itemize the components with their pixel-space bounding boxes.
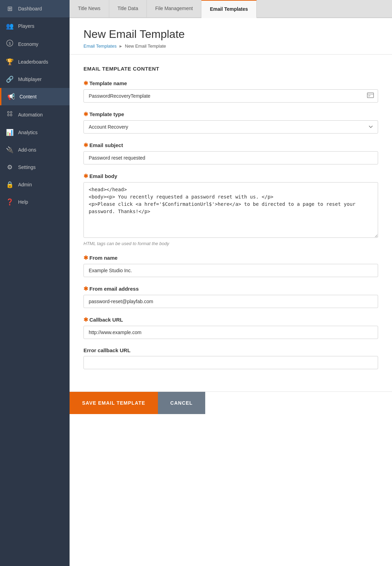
- dashboard-icon: ⊞: [6, 5, 14, 13]
- callback-url-input[interactable]: [83, 326, 378, 339]
- sidebar-item-label: Leaderboards: [18, 59, 48, 65]
- sidebar-item-admin[interactable]: 🔒 Admin: [0, 176, 70, 193]
- from-name-input[interactable]: [83, 264, 378, 277]
- svg-point-4: [8, 114, 9, 116]
- callback-url-label: ✱ Callback URL: [83, 316, 378, 323]
- required-star: ✱: [83, 254, 88, 261]
- sidebar-item-settings[interactable]: ⚙ Settings: [0, 159, 70, 176]
- economy-icon: $: [6, 40, 14, 48]
- template-name-label: ✱ Template name: [83, 80, 378, 87]
- sidebar-item-label: Admin: [18, 182, 32, 187]
- players-icon: 👥: [6, 22, 14, 30]
- form-area: EMAIL TEMPLATE CONTENT ✱ Template name: [70, 55, 392, 391]
- automation-icon: [6, 110, 14, 119]
- email-body-label: ✱ Email body: [83, 173, 378, 179]
- tab-title-news[interactable]: Title News: [70, 0, 109, 17]
- breadcrumb-current: New Email Template: [125, 43, 166, 49]
- email-subject-group: ✱ Email subject: [83, 142, 378, 164]
- main-area: Title News Title Data File Management Em…: [70, 0, 392, 566]
- analytics-icon: 📊: [6, 129, 14, 136]
- email-body-hint: HTML tags can be used to format the body: [83, 241, 378, 246]
- template-name-input-wrapper: [83, 89, 378, 103]
- template-name-group: ✱ Template name: [83, 80, 378, 103]
- sidebar-item-label: Dashboard: [18, 6, 42, 11]
- sidebar-item-label: Economy: [18, 41, 38, 47]
- help-icon: ❓: [6, 198, 14, 206]
- sidebar-item-dashboard[interactable]: ⊞ Dashboard: [0, 0, 70, 17]
- email-subject-label: ✱ Email subject: [83, 142, 378, 148]
- sidebar-item-label: Automation: [18, 112, 43, 118]
- sidebar-item-economy[interactable]: $ Economy: [0, 35, 70, 53]
- required-star: ✱: [83, 316, 88, 323]
- required-star: ✱: [83, 173, 88, 179]
- tab-bar: Title News Title Data File Management Em…: [70, 0, 392, 18]
- footer-bar: SAVE EMAIL TEMPLATE CANCEL: [70, 391, 392, 414]
- content-area: New Email Template Email Templates ► New…: [70, 18, 392, 566]
- callback-url-group: ✱ Callback URL: [83, 316, 378, 339]
- breadcrumb-parent-link[interactable]: Email Templates: [83, 43, 117, 49]
- error-callback-url-input[interactable]: [83, 356, 378, 369]
- template-type-group: ✱ Template type Account Recovery Email V…: [83, 111, 378, 134]
- page-title: New Email Template: [83, 28, 378, 41]
- error-callback-url-group: Error callback URL: [83, 347, 378, 369]
- sidebar-item-addons[interactable]: 🔌 Add-ons: [0, 141, 70, 159]
- required-star: ✱: [83, 285, 88, 292]
- from-email-label: ✱ From email address: [83, 285, 378, 292]
- breadcrumb-separator: ►: [119, 44, 123, 49]
- from-name-label: ✱ From name: [83, 254, 378, 261]
- sidebar-item-leaderboards[interactable]: 🏆 Leaderboards: [0, 53, 70, 71]
- content-icon: 📢: [7, 93, 15, 100]
- admin-icon: 🔒: [6, 181, 14, 188]
- from-name-group: ✱ From name: [83, 254, 378, 277]
- template-type-select[interactable]: Account Recovery Email Verification Cust…: [83, 120, 378, 134]
- email-subject-input[interactable]: [83, 151, 378, 164]
- sidebar-item-label: Players: [18, 23, 34, 29]
- sidebar-item-players[interactable]: 👥 Players: [0, 17, 70, 35]
- email-body-group: ✱ Email body HTML tags can be used to fo…: [83, 173, 378, 246]
- sidebar-item-help[interactable]: ❓ Help: [0, 193, 70, 211]
- sidebar-item-label: Add-ons: [18, 147, 36, 153]
- sidebar-item-label: Content: [19, 94, 37, 99]
- multiplayer-icon: 🔗: [6, 75, 14, 83]
- addons-icon: 🔌: [6, 146, 14, 154]
- error-callback-url-label: Error callback URL: [83, 347, 378, 353]
- svg-point-3: [10, 112, 12, 113]
- settings-icon: ⚙: [6, 163, 14, 171]
- sidebar-item-label: Help: [18, 199, 28, 205]
- email-body-textarea[interactable]: [83, 182, 378, 238]
- sidebar-item-multiplayer[interactable]: 🔗 Multiplayer: [0, 71, 70, 88]
- section-title: EMAIL TEMPLATE CONTENT: [83, 66, 378, 72]
- template-type-label: ✱ Template type: [83, 111, 378, 118]
- required-star: ✱: [83, 142, 88, 148]
- breadcrumb: Email Templates ► New Email Template: [83, 43, 378, 49]
- leaderboards-icon: 🏆: [6, 58, 14, 66]
- sidebar: ⊞ Dashboard 👥 Players $ Economy 🏆 Leader…: [0, 0, 70, 566]
- tab-email-templates[interactable]: Email Templates: [201, 0, 256, 18]
- required-star: ✱: [83, 80, 88, 87]
- sidebar-item-analytics[interactable]: 📊 Analytics: [0, 124, 70, 141]
- cancel-button[interactable]: CANCEL: [158, 392, 205, 414]
- tab-title-data[interactable]: Title Data: [109, 0, 147, 17]
- svg-text:$: $: [9, 41, 11, 46]
- page-header: New Email Template Email Templates ► New…: [70, 18, 392, 55]
- tab-file-management[interactable]: File Management: [147, 0, 201, 17]
- sidebar-item-content[interactable]: 📢 Content: [0, 88, 70, 105]
- required-star: ✱: [83, 111, 88, 118]
- from-email-group: ✱ From email address: [83, 285, 378, 308]
- svg-point-5: [10, 114, 12, 116]
- svg-point-2: [8, 112, 9, 113]
- from-email-input[interactable]: [83, 295, 378, 308]
- save-email-template-button[interactable]: SAVE EMAIL TEMPLATE: [70, 392, 158, 414]
- sidebar-item-automation[interactable]: Automation: [0, 105, 70, 124]
- template-name-input[interactable]: [83, 89, 378, 103]
- sidebar-item-label: Analytics: [18, 130, 38, 135]
- sidebar-item-label: Settings: [18, 164, 36, 170]
- sidebar-item-label: Multiplayer: [18, 76, 42, 82]
